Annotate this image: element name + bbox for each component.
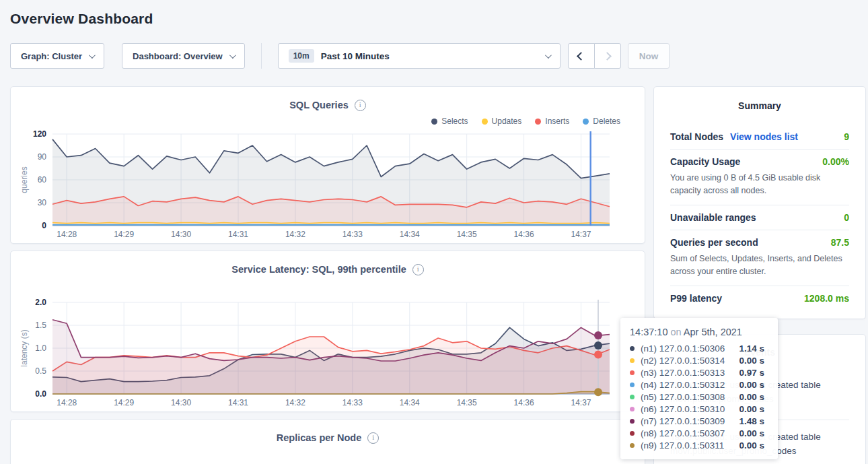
summary-row-p99: P99 latency 1208.0 ms [670,286,849,310]
svg-text:0.0: 0.0 [35,389,46,399]
summary-heading: Summary [670,100,849,111]
legend-dot-icon [431,119,437,125]
svg-text:2.0: 2.0 [35,298,46,307]
replicas-per-node-header: Replicas per Node i [11,430,645,445]
svg-text:14:35: 14:35 [457,398,477,407]
tooltip-node-row: (n9) 127.0.0.1:503110.00 s [630,439,768,451]
legend-item-deletes[interactable]: Deletes [583,117,620,126]
tooltip-node-label: (n9) 127.0.0.1:50311 [641,440,724,451]
now-button[interactable]: Now [628,43,670,69]
view-nodes-list-link[interactable]: View nodes list [730,131,798,142]
info-icon[interactable]: i [367,432,379,444]
sql-queries-panel: SQL Queries i SelectsUpdatesInsertsDelet… [10,86,645,244]
legend-label: Selects [441,117,468,126]
total-nodes-value: 9 [844,131,849,142]
capacity-usage-value: 0.00% [822,156,849,167]
legend-label: Updates [492,117,522,126]
tooltip-node-value: 0.00 s [739,428,768,438]
sql-queries-header: SQL Queries i [11,98,645,112]
svg-text:14:28: 14:28 [57,230,77,239]
service-latency-chart[interactable]: 14:2814:2914:3014:3114:3214:3314:3414:35… [11,298,646,411]
tooltip-on-word: on [670,327,681,337]
sql-queries-chart[interactable]: 14:2814:2914:3014:3114:3214:3314:3414:35… [11,130,646,243]
controls-divider [261,43,262,69]
node-color-dot-icon [630,419,635,424]
tooltip-rows: (n1) 127.0.0.1:503061.14 s(n2) 127.0.0.1… [630,342,768,451]
svg-text:0.5: 0.5 [35,366,46,376]
tooltip-node-row: (n1) 127.0.0.1:503061.14 s [630,342,768,354]
unavailable-ranges-value: 0 [844,212,849,223]
capacity-usage-label: Capacity Usage [670,156,740,167]
qps-description: Sum of Selects, Updates, Inserts, and De… [670,253,849,279]
service-latency-header: Service Latency: SQL, 99th percentile i [11,262,645,277]
node-color-dot-icon [630,395,635,399]
time-window-badge: 10m [289,49,314,63]
svg-text:14:35: 14:35 [457,230,477,239]
chevron-left-icon [577,52,585,61]
chart-hover-tooltip: 14:37:10 on Apr 5th, 2021 (n1) 127.0.0.1… [620,318,778,459]
capacity-usage-description: You are using 0 B of 4.5 GiB usable disk… [670,172,849,198]
svg-text:queries: queries [20,166,29,193]
graph-dropdown-label: Graph: Cluster [21,51,82,61]
tooltip-node-row: (n6) 127.0.0.1:503100.00 s [630,403,768,415]
svg-text:120: 120 [33,130,46,139]
svg-text:1.0: 1.0 [35,343,46,353]
legend-item-inserts[interactable]: Inserts [535,117,569,126]
legend-item-updates[interactable]: Updates [482,117,522,126]
dashboard-dropdown[interactable]: Dashboard: Overview [122,43,245,69]
svg-text:14:32: 14:32 [285,230,305,239]
tooltip-node-value: 0.00 s [739,380,768,390]
chevron-down-icon [229,52,236,59]
service-latency-panel: Service Latency: SQL, 99th percentile i … [10,251,645,412]
page-title: Overview Dashboard [10,11,868,27]
svg-text:14:34: 14:34 [400,398,420,407]
p99-latency-label: P99 latency [670,293,722,304]
svg-text:14:28: 14:28 [57,398,77,407]
controls-bar: Graph: Cluster Dashboard: Overview 10m P… [10,43,868,69]
node-color-dot-icon [630,370,635,375]
tooltip-node-row: (n7) 127.0.0.1:503091.48 s [630,415,768,427]
tooltip-node-value: 0.97 s [739,368,768,378]
svg-text:14:33: 14:33 [342,398,363,407]
chevron-right-icon [603,52,612,61]
time-window-label: Past 10 Minutes [321,51,390,61]
node-color-dot-icon [630,431,635,436]
tooltip-time: 14:37:10 [630,327,667,337]
time-range-picker[interactable]: 10m Past 10 Minutes [278,43,560,69]
time-step-buttons [568,43,621,69]
tooltip-node-label: (n8) 127.0.0.1:50307 [641,428,725,438]
legend-item-selects[interactable]: Selects [431,117,468,126]
tooltip-node-label: (n5) 127.0.0.1:50308 [641,392,725,402]
summary-row-qps: Queries per second 87.5 Sum of Selects, … [670,230,849,286]
svg-text:60: 60 [38,175,47,185]
tooltip-node-row: (n8) 127.0.0.1:503070.00 s [630,427,768,439]
svg-text:14:30: 14:30 [171,398,191,407]
svg-text:14:31: 14:31 [228,398,248,407]
svg-text:14:37: 14:37 [571,398,591,407]
tooltip-node-label: (n3) 127.0.0.1:50313 [641,368,725,378]
svg-text:90: 90 [38,152,47,162]
tooltip-node-label: (n6) 127.0.0.1:50310 [641,404,725,414]
qps-label: Queries per second [670,237,758,248]
info-icon[interactable]: i [355,100,366,111]
summary-panel: Summary Total Nodes View nodes list 9 Ca… [653,86,866,319]
legend-label: Inserts [545,117,569,126]
graph-dropdown[interactable]: Graph: Cluster [10,43,104,69]
dashboard-dropdown-label: Dashboard: Overview [133,51,223,61]
qps-value: 87.5 [831,237,849,248]
tooltip-node-value: 1.48 s [739,416,768,426]
svg-text:0: 0 [42,221,46,230]
replicas-per-node-title: Replicas per Node [277,432,362,443]
legend-dot-icon [583,119,589,125]
tooltip-node-label: (n7) 127.0.0.1:50309 [641,416,725,426]
svg-text:14:29: 14:29 [114,230,134,239]
tooltip-node-row: (n3) 127.0.0.1:503130.97 s [630,366,768,378]
time-back-button[interactable] [568,43,595,69]
svg-text:1.5: 1.5 [35,321,46,330]
svg-text:30: 30 [38,198,47,207]
summary-row-capacity: Capacity Usage 0.00% You are using 0 B o… [670,149,849,205]
time-forward-button[interactable] [594,43,621,69]
info-icon[interactable]: i [412,264,424,275]
chevron-down-icon [89,52,96,59]
svg-text:14:29: 14:29 [114,398,134,407]
